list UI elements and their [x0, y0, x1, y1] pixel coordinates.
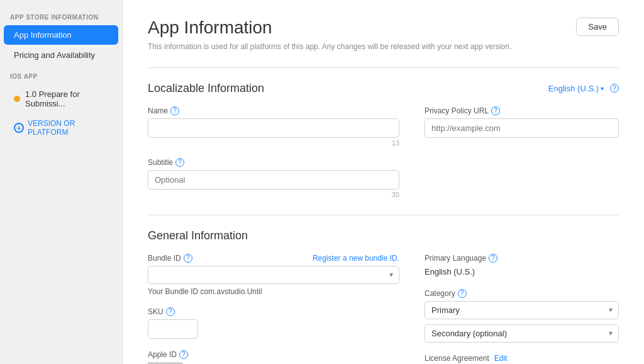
primary-language-value: English (U.S.) — [425, 266, 619, 278]
privacy-help-icon[interactable]: ? — [491, 106, 500, 115]
category-group: Category ? Primary Secondary (optional) — [425, 289, 619, 343]
bundle-row: Bundle ID ? Register a new bundle ID. — [148, 254, 399, 263]
license-label: License Agreement — [425, 354, 489, 363]
secondary-category-wrapper: Secondary (optional) — [425, 324, 619, 343]
localizable-section-title: Localizable Information — [148, 82, 264, 95]
privacy-group: Privacy Policy URL ? — [425, 106, 619, 138]
apple-id-label: Apple ID ? — [148, 350, 399, 359]
sidebar-item-prepare-label: 1.0 Prepare for Submissi... — [25, 89, 108, 108]
primary-category-select[interactable]: Primary — [425, 301, 619, 319]
sidebar-item-prepare[interactable]: 1.0 Prepare for Submissi... — [4, 84, 118, 113]
general-section-title: General Information — [148, 229, 248, 242]
page-title: App Information — [148, 18, 511, 38]
page-header-text: App Information This information is used… — [148, 18, 511, 52]
bundle-help-icon[interactable]: ? — [184, 254, 192, 263]
sku-group: SKU ? — [148, 307, 399, 339]
subtitle-help-icon[interactable]: ? — [175, 158, 184, 167]
category-label: Category ? — [425, 289, 619, 298]
primary-language-group: Primary Language ? English (U.S.) — [425, 254, 619, 278]
subtitle-group: Subtitle ? 30 — [148, 158, 399, 198]
name-help-icon[interactable]: ? — [170, 106, 179, 115]
sidebar-item-pricing[interactable]: Pricing and Availability — [4, 45, 118, 65]
language-selector[interactable]: English (U.S.) ▾ — [548, 84, 604, 93]
bundle-id-text: Your Bundle ID com.avstudio.Until — [148, 287, 399, 296]
bundle-label-group: Bundle ID ? — [148, 254, 192, 263]
primary-category-wrapper: Primary — [425, 301, 619, 319]
subtitle-char-count: 30 — [148, 191, 399, 198]
apple-id-group: Apple ID ? ██████ , — [148, 350, 399, 364]
subtitle-label: Subtitle ? — [148, 158, 399, 167]
edit-link[interactable]: Edit — [494, 354, 508, 363]
sidebar-item-version[interactable]: + VERSION OR PLATFORM — [4, 114, 118, 142]
primary-language-label: Primary Language ? — [425, 254, 619, 263]
bundle-select-wrapper — [148, 266, 399, 284]
apple-id-help-icon[interactable]: ? — [179, 350, 188, 359]
sidebar-item-app-information[interactable]: App Information — [4, 25, 118, 45]
bundle-label: Bundle ID — [148, 254, 181, 263]
status-dot — [14, 96, 20, 102]
bundle-select[interactable] — [148, 266, 399, 284]
plus-icon: + — [14, 123, 24, 133]
page-subtitle: This information is used for all platfor… — [148, 42, 511, 52]
primary-language-help-icon[interactable]: ? — [489, 254, 497, 263]
secondary-category-select[interactable]: Secondary (optional) — [425, 324, 619, 343]
sku-input[interactable] — [148, 319, 198, 339]
general-form: Bundle ID ? Register a new bundle ID. Yo… — [148, 254, 619, 364]
sidebar-section-app-store: APP STORE INFORMATION — [0, 6, 122, 25]
localizable-form: Name ? 13 Subtitle ? 30 — [148, 106, 619, 210]
sku-help-icon[interactable]: ? — [166, 307, 175, 316]
localizable-left-col: Name ? 13 Subtitle ? 30 — [148, 106, 399, 210]
privacy-label: Privacy Policy URL ? — [425, 106, 619, 115]
general-section: General Information Bundle ID ? Register… — [148, 215, 619, 364]
localizable-right-col: Privacy Policy URL ? — [425, 106, 619, 210]
general-section-header: General Information — [148, 229, 619, 242]
language-selector-label: English (U.S.) — [548, 84, 599, 93]
page-header: App Information This information is used… — [148, 18, 619, 52]
privacy-input[interactable] — [425, 118, 619, 138]
sidebar-section-ios: IOS APP — [0, 65, 122, 84]
save-button[interactable]: Save — [576, 18, 619, 36]
name-input[interactable] — [148, 118, 399, 138]
name-label: Name ? — [148, 106, 399, 115]
bundle-group: Bundle ID ? Register a new bundle ID. Yo… — [148, 254, 399, 296]
name-group: Name ? 13 — [148, 106, 399, 147]
sku-label: SKU ? — [148, 307, 399, 316]
sidebar-version-label: VERSION OR PLATFORM — [28, 119, 108, 137]
license-label-row: License Agreement Edit — [425, 354, 619, 363]
sidebar: APP STORE INFORMATION App Information Pr… — [0, 0, 123, 364]
chevron-down-icon: ▾ — [601, 85, 604, 92]
main-content: App Information This information is used… — [123, 0, 644, 364]
general-right-col: Primary Language ? English (U.S.) Catego… — [425, 254, 619, 364]
localizable-section-header: Localizable Information English (U.S.) ▾… — [148, 82, 619, 95]
localizable-section: Localizable Information English (U.S.) ▾… — [148, 67, 619, 210]
register-link[interactable]: Register a new bundle ID. — [313, 254, 399, 263]
category-help-icon[interactable]: ? — [458, 289, 467, 298]
license-group: License Agreement Edit Apple's Standard … — [425, 354, 619, 364]
language-help-icon[interactable]: ? — [610, 84, 619, 93]
subtitle-input[interactable] — [148, 170, 399, 190]
general-left-col: Bundle ID ? Register a new bundle ID. Yo… — [148, 254, 399, 364]
name-char-count: 13 — [148, 139, 399, 147]
